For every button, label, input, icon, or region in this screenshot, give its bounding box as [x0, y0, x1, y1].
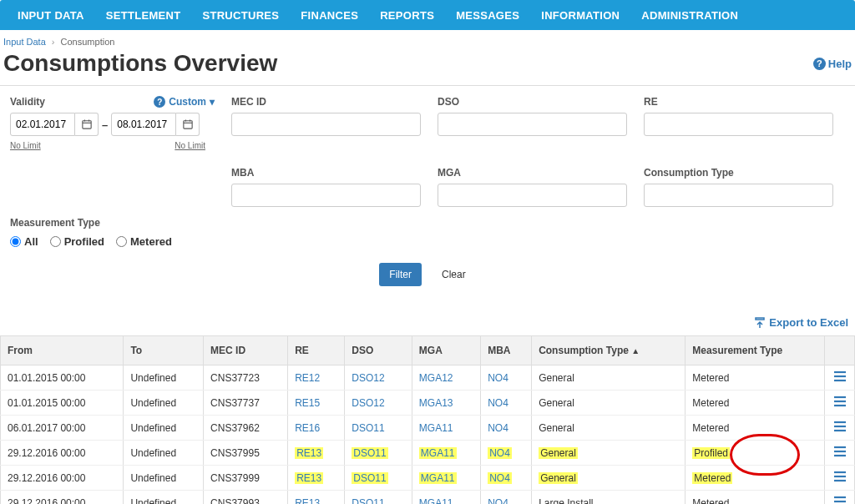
cell-ctype: General — [532, 391, 686, 416]
nav-settlement[interactable]: SETTLEMENT — [95, 0, 192, 30]
col-mga[interactable]: MGA — [412, 336, 480, 365]
cell-mec: CNS37995 — [204, 441, 288, 466]
info-icon: ? — [154, 96, 165, 108]
mga-label: MGA — [438, 167, 627, 179]
cell-ctype: General — [532, 466, 686, 491]
date-from-input[interactable] — [10, 113, 75, 136]
nav-finances[interactable]: FINANCES — [290, 0, 369, 30]
ctype-input[interactable] — [644, 184, 833, 207]
col-re[interactable]: RE — [288, 336, 345, 365]
row-menu-icon[interactable] — [833, 370, 847, 385]
row-menu-icon[interactable] — [833, 496, 847, 504]
cell-from: 01.01.2015 00:00 — [1, 365, 124, 391]
cell-dso[interactable]: DSO11 — [345, 466, 412, 491]
filter-bar: Validity ? Custom ▾ – No L — [0, 85, 855, 217]
help-link[interactable]: ? Help — [813, 58, 852, 70]
cell-to: Undefined — [124, 491, 204, 505]
cell-mtype: Metered — [686, 391, 825, 416]
cell-mba[interactable]: NO4 — [481, 441, 532, 466]
nolimit-from[interactable]: No Limit — [10, 141, 41, 150]
cell-mba[interactable]: NO4 — [481, 365, 532, 391]
cell-dso[interactable]: DSO12 — [345, 391, 412, 416]
nav-messages[interactable]: MESSAGES — [445, 0, 530, 30]
nav-information[interactable]: INFORMATION — [530, 0, 630, 30]
mba-label: MBA — [231, 167, 421, 179]
clear-button[interactable]: Clear — [432, 263, 476, 286]
re-input[interactable] — [644, 113, 833, 136]
cell-re[interactable]: RE16 — [288, 416, 345, 441]
cell-mba[interactable]: NO4 — [481, 416, 532, 441]
cell-re[interactable]: RE12 — [288, 365, 345, 391]
nav-structures[interactable]: STRUCTURES — [191, 0, 290, 30]
export-excel-link[interactable]: Export to Excel — [754, 316, 848, 329]
cell-mba[interactable]: NO4 — [481, 391, 532, 416]
date-range-dash: – — [102, 118, 108, 131]
nolimit-to[interactable]: No Limit — [175, 141, 205, 150]
nav-input-data[interactable]: INPUT DATA — [7, 0, 95, 30]
radio-all[interactable]: All — [10, 235, 38, 248]
validity-custom-toggle[interactable]: ? Custom ▾ — [154, 96, 215, 108]
cell-mba[interactable]: NO4 — [481, 491, 532, 505]
nav-reports[interactable]: REPORTS — [369, 0, 445, 30]
mba-input[interactable] — [231, 184, 421, 207]
date-from-picker[interactable] — [75, 113, 99, 136]
date-to-input[interactable] — [111, 113, 176, 136]
col-from[interactable]: From — [1, 336, 124, 365]
cell-re[interactable]: RE13 — [288, 441, 345, 466]
cell-from: 29.12.2016 00:00 — [1, 466, 124, 491]
cell-ctype: Large Install… — [532, 491, 686, 505]
mec-input[interactable] — [231, 113, 421, 136]
cell-dso[interactable]: DSO11 — [345, 416, 412, 441]
cell-dso[interactable]: DSO11 — [345, 441, 412, 466]
col-mba[interactable]: MBA — [481, 336, 532, 365]
row-menu-icon[interactable] — [833, 446, 847, 460]
breadcrumb: Input Data › Consumption — [0, 30, 855, 50]
date-to-picker[interactable] — [176, 113, 200, 136]
cell-mtype: Metered — [686, 466, 825, 491]
cell-mtype: Metered — [686, 365, 825, 391]
cell-ctype: General — [532, 365, 686, 391]
ctype-label: Consumption Type — [644, 167, 833, 179]
dso-label: DSO — [438, 96, 627, 108]
cell-mga[interactable]: MGA11 — [412, 441, 480, 466]
table-row: 29.12.2016 00:00UndefinedCNS37995RE13DSO… — [1, 441, 855, 466]
cell-mga[interactable]: MGA11 — [412, 491, 480, 505]
filter-button[interactable]: Filter — [379, 263, 422, 286]
cell-mga[interactable]: MGA13 — [412, 391, 480, 416]
row-menu-icon[interactable] — [833, 471, 847, 485]
cell-re[interactable]: RE13 — [288, 491, 345, 505]
cell-dso[interactable]: DSO11 — [345, 491, 412, 505]
col-to[interactable]: To — [124, 336, 204, 365]
col-dso[interactable]: DSO — [345, 336, 412, 365]
cell-mba[interactable]: NO4 — [481, 466, 532, 491]
row-menu-icon[interactable] — [833, 396, 847, 410]
radio-profiled[interactable]: Profiled — [50, 235, 104, 248]
nav-administration[interactable]: ADMINISTRATION — [630, 0, 749, 30]
re-label: RE — [644, 96, 833, 108]
measurement-type-label: Measurement Type — [10, 217, 845, 229]
cell-re[interactable]: RE13 — [288, 466, 345, 491]
breadcrumb-sep: › — [52, 37, 55, 47]
breadcrumb-root[interactable]: Input Data — [3, 37, 46, 47]
cell-dso[interactable]: DSO12 — [345, 365, 412, 391]
cell-mtype: Metered — [686, 416, 825, 441]
table-row: 01.01.2015 00:00UndefinedCNS37737RE15DSO… — [1, 391, 855, 416]
dso-input[interactable] — [438, 113, 627, 136]
table-body: 01.01.2015 00:00UndefinedCNS37723RE12DSO… — [1, 365, 855, 505]
cell-mec: CNS37999 — [204, 466, 288, 491]
cell-mga[interactable]: MGA12 — [412, 365, 480, 391]
help-label: Help — [828, 58, 852, 70]
cell-actions — [825, 365, 855, 391]
validity-label: Validity — [10, 96, 45, 108]
cell-mga[interactable]: MGA11 — [412, 416, 480, 441]
cell-to: Undefined — [124, 391, 204, 416]
col-ctype[interactable]: Consumption Type ▲ — [532, 336, 686, 365]
col-mec[interactable]: MEC ID — [204, 336, 288, 365]
row-menu-icon[interactable] — [833, 421, 847, 435]
cell-mec: CNS37993 — [204, 491, 288, 505]
cell-mga[interactable]: MGA11 — [412, 466, 480, 491]
col-mtype[interactable]: Measurement Type — [686, 336, 825, 365]
radio-metered[interactable]: Metered — [116, 235, 172, 248]
cell-re[interactable]: RE15 — [288, 391, 345, 416]
mga-input[interactable] — [438, 184, 627, 207]
